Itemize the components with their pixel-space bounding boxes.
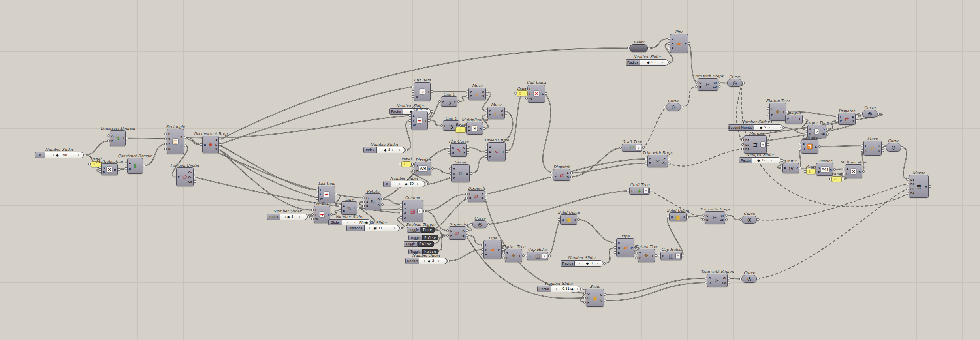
input-port-r[interactable]: R (168, 148, 170, 151)
options-chip[interactable]: Y (542, 253, 547, 259)
component-dispatch-disp1[interactable]: LPAB⇄Dispatch (449, 226, 466, 240)
component-multiplication-mul2[interactable]: ABR✕Multiplication (466, 122, 483, 135)
input-port-i[interactable]: i (320, 193, 321, 196)
slider-name[interactable]: Radius (405, 258, 419, 264)
input-port-a[interactable]: A (343, 205, 345, 208)
slider-number-slider-s12[interactable]: Second Number◆2Number Slider (728, 124, 782, 131)
param-curve-curveC[interactable]: ◎Curve (666, 103, 681, 111)
input-port-c[interactable]: C (485, 244, 487, 247)
output-port-a[interactable]: A (852, 116, 854, 119)
output-port-b[interactable]: B (567, 176, 569, 179)
output-port-l[interactable]: L (354, 207, 356, 210)
output-port-x[interactable]: X (501, 114, 503, 117)
input-port-w[interactable]: W (315, 218, 318, 221)
output-port-r[interactable]: R (574, 218, 576, 222)
slider-track[interactable]: ◆2.5 (640, 59, 668, 66)
input-port-s[interactable]: S (404, 203, 406, 206)
component-dispatch-disp4[interactable]: LPAB⇄Dispatch (838, 113, 856, 125)
toggle-t2-t2[interactable]: ToggleFalse (408, 235, 438, 240)
output-port-t[interactable]: T (651, 254, 653, 257)
options-chip[interactable]: Y (760, 142, 766, 148)
toggle-name[interactable]: Toggle (407, 227, 421, 233)
slider-track[interactable]: ◆10 (342, 219, 371, 225)
slider-name[interactable]: Radius (561, 260, 575, 267)
output-port-co[interactable]: Co (722, 282, 726, 285)
slider-number-slider-s13[interactable]: Factor◆1Number Slider (739, 157, 781, 163)
options-chip[interactable]: Y (417, 208, 422, 214)
input-port-b[interactable]: B (204, 143, 206, 147)
component-cap-holes-cap2[interactable]: BB◫YCap Holes (660, 252, 682, 260)
component-merge-mer2[interactable]: D1D2D3D4R⇶Merge (909, 175, 929, 198)
input-port-e[interactable]: E (672, 47, 673, 50)
component-dispatch-disp2[interactable]: LPAB⇄Dispatch (468, 190, 485, 202)
input-port-p[interactable]: P (404, 208, 406, 211)
input-port-g[interactable]: G (587, 292, 590, 295)
output-port-v[interactable]: V (215, 148, 217, 151)
component-cap-holes-cap1[interactable]: BB◫YCap Holes (527, 252, 548, 260)
param-curve-curveG[interactable]: ◎Curve (886, 143, 901, 152)
slider-name[interactable]: B (383, 181, 391, 187)
input-port-n[interactable]: N (404, 212, 406, 215)
input-port-d[interactable]: D (803, 148, 805, 151)
component-list-item-li2[interactable]: LiWi➔List Item (314, 206, 330, 223)
slider-track[interactable]: ◆3 (575, 260, 603, 267)
input-port-c[interactable]: C (649, 158, 651, 161)
relay-relay[interactable]: Relay (630, 44, 648, 52)
input-port-c[interactable]: C (787, 118, 789, 121)
output-port-ci[interactable]: Ci (721, 214, 724, 218)
toggle-value[interactable]: False (422, 235, 438, 240)
input-port-p[interactable]: P (506, 257, 508, 260)
input-port-g[interactable]: G (366, 197, 369, 200)
output-port-g[interactable]: G (878, 145, 880, 148)
output-port-i[interactable]: i (425, 119, 426, 122)
input-port-b[interactable]: B (416, 170, 418, 173)
output-port-[interactable]: >= (821, 133, 825, 136)
input-port-a[interactable]: A (818, 166, 820, 169)
panel-panel-p3[interactable]: 1Panel (401, 161, 411, 167)
input-port-a[interactable]: A (416, 165, 418, 169)
slider-track[interactable]: ◆50 (391, 181, 425, 187)
input-port-r[interactable]: R (672, 42, 673, 45)
input-port-b[interactable]: B (129, 167, 131, 171)
input-port-t[interactable]: T (631, 190, 633, 193)
panel-panel-p1[interactable]: 2Panel (91, 161, 101, 167)
input-port-t[interactable]: T (489, 114, 491, 117)
output-port-g[interactable]: G (482, 91, 484, 94)
input-port-b[interactable]: B (103, 170, 105, 173)
input-port-p[interactable]: P (840, 120, 842, 123)
slider-name[interactable]: Index (363, 147, 377, 153)
param-curve-curveE[interactable]: ◎Curve (742, 275, 757, 283)
output-port-co[interactable]: Co (662, 162, 666, 165)
output-port-p[interactable]: P (498, 248, 500, 252)
component-scale-scale[interactable]: GCFGX◉Scale (586, 289, 604, 307)
input-port-p[interactable]: P (771, 114, 773, 117)
slider-track[interactable]: ◆1 (752, 157, 781, 163)
output-port-g[interactable]: G (501, 110, 503, 113)
input-port-r[interactable]: R (618, 246, 620, 250)
input-port-d[interactable]: D (404, 216, 406, 220)
input-port-l[interactable]: L (315, 209, 317, 212)
component-graft-tree-graft1[interactable]: TTΨYGraft Tree (622, 144, 642, 152)
component-tween-curve-tween[interactable]: ABFT»Tween Curve (487, 142, 506, 161)
input-port-p[interactable]: P (178, 176, 180, 179)
output-port-[interactable]: > (823, 128, 825, 131)
slider-track[interactable]: ◆2 (377, 147, 405, 153)
output-port-r[interactable]: R (830, 168, 832, 171)
input-port-a[interactable]: A (129, 162, 131, 165)
input-port-n[interactable]: N (453, 172, 455, 175)
output-port-a[interactable]: A (482, 193, 483, 196)
input-port-b[interactable]: B (489, 150, 491, 154)
output-port-ci[interactable]: Ci (714, 81, 717, 85)
component-extrude-ext[interactable]: BDE⇈Extrude (801, 139, 818, 154)
component-trim-with-breps-tb3[interactable]: CBCiCo✂Trim with Breps (705, 211, 725, 224)
input-port-p[interactable]: P (639, 257, 641, 260)
output-port-l[interactable]: L (181, 145, 182, 148)
input-port-d1[interactable]: D1 (745, 139, 749, 142)
slider-number-slider-s4[interactable]: Distance◆11Number Slider (346, 225, 399, 231)
input-port-t[interactable]: T (623, 147, 625, 150)
input-port-a[interactable]: A (468, 125, 470, 128)
component-trim-with-breps-tb2[interactable]: CBCiCo✂Trim with Breps (647, 155, 668, 167)
slider-thumb[interactable]: ◆ (760, 126, 762, 130)
output-port-cv[interactable]: Cv (188, 171, 192, 174)
input-port-d2[interactable]: D2 (745, 143, 749, 147)
